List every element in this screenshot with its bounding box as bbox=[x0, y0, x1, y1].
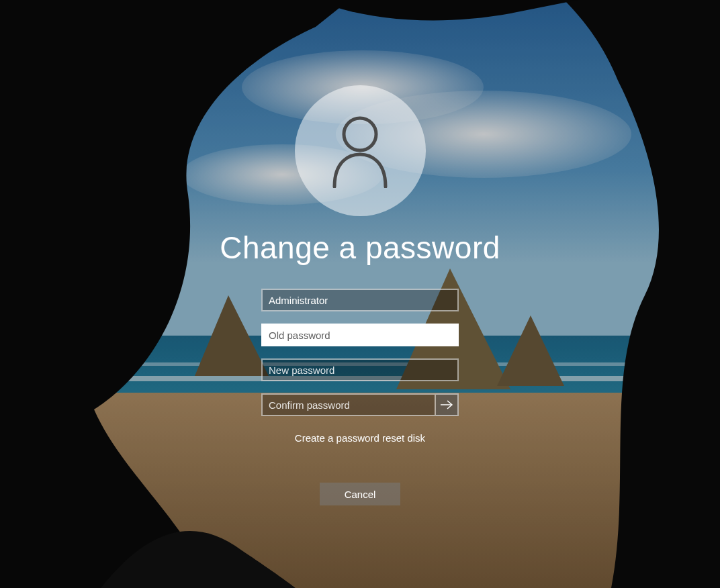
user-avatar bbox=[295, 85, 426, 216]
new-password-field[interactable] bbox=[261, 358, 459, 381]
password-form bbox=[261, 289, 459, 416]
svg-point-8 bbox=[344, 118, 376, 150]
confirm-password-field[interactable] bbox=[261, 393, 436, 416]
change-password-panel: Change a password Create a password rese… bbox=[0, 0, 720, 588]
confirm-password-field-wrap bbox=[261, 393, 459, 416]
page-title: Change a password bbox=[220, 230, 500, 266]
user-icon bbox=[326, 114, 394, 188]
create-reset-disk-link[interactable]: Create a password reset disk bbox=[295, 432, 425, 444]
cancel-button[interactable]: Cancel bbox=[320, 483, 400, 505]
new-password-field-wrap bbox=[261, 358, 459, 381]
username-field[interactable] bbox=[261, 289, 459, 311]
username-field-wrap bbox=[261, 289, 459, 311]
old-password-field[interactable] bbox=[261, 324, 459, 346]
arrow-right-icon bbox=[440, 399, 453, 410]
old-password-field-wrap bbox=[261, 324, 459, 346]
submit-button[interactable] bbox=[436, 393, 459, 416]
